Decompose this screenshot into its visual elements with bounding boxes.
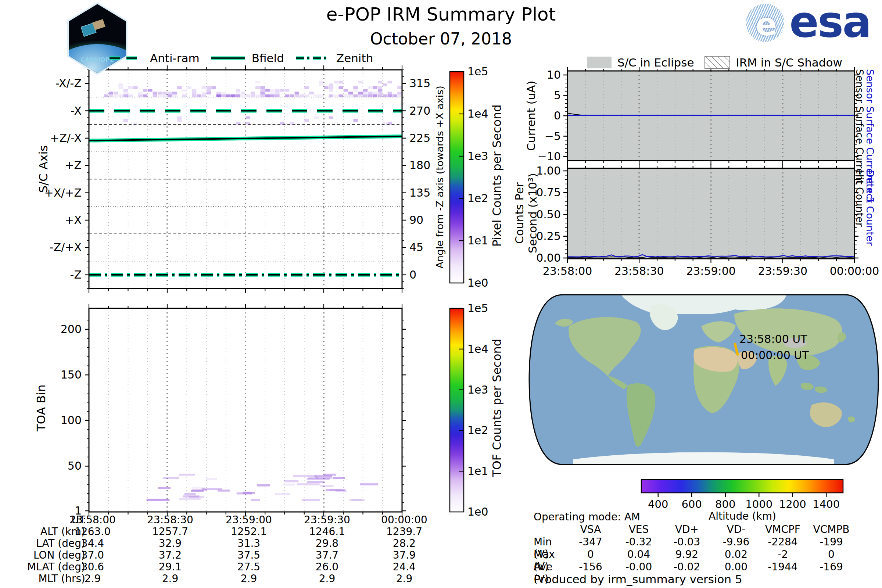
heatmap-cell	[231, 94, 236, 97]
heatmap-cell	[382, 122, 387, 124]
sc-axis-ylabel: S/C Axis	[36, 145, 50, 193]
heatmap-cell	[260, 86, 265, 89]
colorbar-gradient	[450, 308, 464, 512]
heatmap-cell	[207, 92, 211, 94]
current-panel: 1050−5−10	[538, 67, 858, 165]
heatmap-cell	[270, 94, 274, 97]
heatmap-cell	[329, 89, 333, 92]
colorbar-tick: 1e1	[468, 465, 488, 477]
eph-cell: 31.3	[219, 537, 278, 549]
operating-mode-text: Operating mode: AM	[534, 511, 640, 523]
eph-cell: 37.9	[375, 549, 434, 561]
heatmap-cell	[207, 86, 211, 89]
eph-cell: 27.5	[219, 561, 278, 573]
heatmap-cell	[353, 86, 358, 89]
heatmap-cell	[314, 94, 319, 97]
heatmap-cell	[290, 94, 294, 97]
eph-cell: 37.7	[298, 549, 357, 561]
heatmap-cell	[309, 92, 314, 94]
heatmap-cell	[250, 499, 260, 501]
heatmap-cell	[104, 94, 108, 97]
heatmap-cell	[207, 278, 211, 280]
heatmap-cell	[123, 89, 128, 92]
volt-cell: -0.02	[661, 561, 712, 573]
altitude-colorbar-title: Altitude (km)	[651, 510, 834, 522]
colorbar-tick: 1e5	[468, 65, 488, 78]
toa-ylabel: TOA Bin	[34, 384, 48, 431]
eph-cell: 2.9	[219, 573, 278, 585]
eph-cell: 1257.7	[141, 525, 200, 538]
heatmap-cell	[266, 94, 270, 97]
heatmap-cell	[182, 94, 186, 97]
volt-cell: -169	[806, 561, 857, 573]
heatmap-cell	[378, 86, 382, 89]
colorbar-tick: 1e4	[468, 342, 488, 356]
legend-label: Zenith	[336, 51, 373, 64]
volt-cell: -2	[757, 548, 808, 560]
toa-tick: 100	[61, 414, 82, 427]
heatmap-cell	[212, 86, 216, 89]
heatmap-cell	[202, 86, 206, 89]
page-date: October 07, 2018	[257, 29, 625, 48]
toa-tick: 200	[61, 322, 82, 336]
legend-item-zenith: Zenith	[295, 51, 373, 64]
legend-label: IRM in S/C Shadow	[736, 56, 842, 69]
time-tick: 23:59:30	[758, 265, 807, 278]
heatmap-cell	[314, 116, 319, 119]
heatmap-cell	[148, 89, 152, 92]
volt-col-header: VCMPB	[806, 524, 857, 536]
heatmap-cell	[158, 94, 162, 97]
heatmap-cell	[329, 86, 333, 89]
heatmap-cell	[206, 478, 217, 480]
heatmap-cell	[138, 94, 142, 97]
volt-cell: -199	[806, 536, 857, 548]
colorbar-tick: 1e3	[468, 150, 488, 162]
heatmap-cell	[285, 94, 289, 97]
heatmap-cell	[226, 94, 230, 97]
heatmap-cell	[266, 89, 270, 92]
heatmap-cell	[329, 489, 342, 491]
current-ylabel: Current (uA)	[524, 81, 538, 151]
heatmap-cell	[246, 116, 250, 119]
heatmap-cell	[358, 94, 363, 97]
time-tick: 23:58:30	[615, 265, 664, 278]
heatmap-cell	[236, 89, 240, 92]
heatmap-cell	[123, 94, 128, 97]
heatmap-cell	[192, 89, 196, 92]
toa-tick: 150	[61, 368, 82, 381]
heatmap-cell	[118, 86, 123, 89]
eph-cell: 37.0	[63, 549, 122, 561]
heatmap-cell	[179, 474, 195, 476]
sc-axis-tick: -X	[70, 104, 82, 117]
counts-tick: 0.50	[536, 208, 561, 221]
counter-panel: 1.000.750.500.250.0023:58:0023:58:3023:5…	[536, 164, 879, 278]
eph-cell: 23:58:30	[141, 514, 200, 526]
heatmap-cell	[236, 92, 240, 94]
heatmap-cell	[189, 496, 204, 498]
colorbar-tick: 1e1	[468, 234, 488, 247]
heatmap-cell	[187, 86, 192, 89]
heatmap-cell	[388, 94, 392, 97]
counts-ylabel-line2: Second (x10³)	[526, 173, 540, 253]
altitude-tick: 1000	[745, 498, 772, 510]
heatmap-cell	[158, 487, 171, 489]
heatmap-cell	[270, 89, 274, 92]
heatmap-cell	[348, 94, 353, 97]
colorbar-tick: 1e0	[468, 276, 488, 289]
angle-tick: 0	[410, 268, 416, 281]
heatmap-cell	[177, 116, 182, 119]
heatmap-cell	[339, 81, 343, 83]
volt-cell: 0.02	[710, 548, 762, 560]
esa-wordmark: esa	[789, 0, 871, 47]
angle-tick: 45	[410, 241, 423, 254]
time-tick: 23:59:00	[686, 265, 736, 278]
altitude-colorbar: 400600800100012001400	[641, 480, 843, 510]
heatmap-cell	[162, 92, 167, 94]
heatmap-cell	[388, 81, 392, 83]
heatmap-cell	[114, 92, 118, 94]
heatmap-cell	[192, 94, 196, 97]
volt-cell: -0.03	[661, 536, 712, 548]
heatmap-cell	[307, 481, 324, 483]
heatmap-cell	[319, 83, 323, 86]
counts-tick: 0.00	[536, 251, 561, 264]
